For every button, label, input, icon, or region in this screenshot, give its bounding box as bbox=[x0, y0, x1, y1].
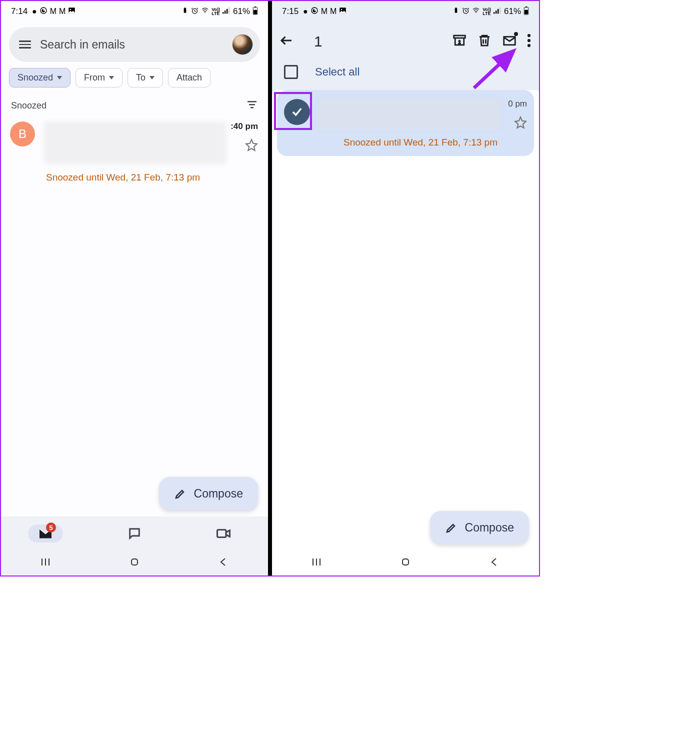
mark-unread-button[interactable] bbox=[502, 33, 517, 50]
star-icon[interactable] bbox=[514, 116, 527, 131]
selected-count: 1 bbox=[314, 33, 442, 50]
email-list-item-selected[interactable]: 0 pm Snoozed until Wed, 21 Feb, 7:13 pm bbox=[277, 90, 534, 156]
mail-m-icon: M bbox=[321, 7, 328, 16]
screen-divider bbox=[268, 1, 272, 576]
more-options-button[interactable] bbox=[527, 33, 531, 50]
battery-percent: 61% bbox=[504, 6, 521, 16]
sender-avatar[interactable]: B bbox=[10, 122, 35, 146]
system-nav bbox=[1, 550, 268, 576]
snoozed-until-text: Snoozed until Wed, 21 Feb, 7:13 pm bbox=[281, 131, 527, 148]
svg-rect-25 bbox=[455, 8, 458, 12]
svg-point-6 bbox=[204, 12, 206, 13]
caret-down-icon bbox=[57, 76, 62, 80]
chip-to[interactable]: To bbox=[128, 68, 163, 88]
status-bar: 7:15 ● M M Vo))LTE 61% bbox=[272, 1, 539, 20]
search-input[interactable]: Search in emails bbox=[40, 38, 223, 52]
nav-chat[interactable] bbox=[117, 526, 152, 540]
svg-rect-4 bbox=[184, 8, 186, 8]
back-arrow-button[interactable] bbox=[279, 33, 294, 50]
back-button[interactable] bbox=[218, 556, 230, 570]
svg-rect-10 bbox=[228, 8, 230, 14]
email-list-item[interactable]: B :40 pm bbox=[1, 116, 268, 169]
compose-button[interactable]: Compose bbox=[430, 511, 529, 544]
signal-icon bbox=[494, 7, 502, 16]
home-button[interactable] bbox=[128, 556, 140, 570]
status-time: 7:15 bbox=[282, 6, 298, 16]
svg-rect-8 bbox=[224, 10, 226, 14]
chat-bubble-icon: ● bbox=[32, 7, 37, 16]
nav-video[interactable] bbox=[206, 527, 241, 540]
svg-point-39 bbox=[528, 39, 530, 42]
caret-down-icon bbox=[109, 76, 114, 80]
delete-button[interactable] bbox=[477, 33, 492, 50]
snoozed-until-text: Snoozed until Wed, 21 Feb, 7:13 pm bbox=[1, 169, 268, 183]
svg-point-22 bbox=[312, 8, 318, 14]
svg-point-28 bbox=[476, 12, 476, 13]
svg-rect-17 bbox=[218, 530, 226, 538]
alarm-icon bbox=[462, 7, 470, 16]
section-header: Snoozed bbox=[1, 88, 268, 116]
filter-list-icon[interactable] bbox=[246, 98, 258, 112]
email-time: 0 pm bbox=[508, 99, 527, 109]
email-content-blurred bbox=[44, 122, 226, 164]
signal-icon bbox=[222, 7, 230, 16]
home-button[interactable] bbox=[400, 556, 412, 570]
svg-rect-34 bbox=[526, 6, 527, 8]
battery-saver-icon bbox=[452, 7, 460, 16]
chip-from[interactable]: From bbox=[76, 68, 122, 88]
email-time: :40 pm bbox=[230, 122, 258, 132]
svg-point-40 bbox=[528, 44, 530, 47]
select-all-checkbox[interactable] bbox=[284, 65, 298, 79]
svg-point-0 bbox=[40, 8, 46, 14]
svg-rect-16 bbox=[250, 107, 254, 108]
recents-button[interactable] bbox=[40, 556, 52, 570]
whatsapp-icon bbox=[40, 6, 48, 16]
nav-mail[interactable]: 5 bbox=[28, 524, 63, 542]
svg-rect-45 bbox=[402, 559, 408, 565]
chip-attachment[interactable]: Attach bbox=[168, 68, 210, 88]
chat-bubble-icon: ● bbox=[303, 7, 308, 16]
svg-rect-7 bbox=[222, 12, 224, 14]
select-all-row[interactable]: Select all bbox=[272, 60, 539, 88]
selection-toolbar: 1 bbox=[272, 20, 539, 60]
svg-rect-12 bbox=[254, 6, 256, 8]
back-button[interactable] bbox=[488, 556, 500, 570]
select-all-label: Select all bbox=[315, 66, 360, 78]
profile-avatar[interactable] bbox=[232, 34, 253, 55]
battery-percent: 61% bbox=[233, 6, 250, 16]
recents-button[interactable] bbox=[310, 556, 322, 570]
wifi-icon bbox=[472, 7, 480, 16]
svg-rect-26 bbox=[456, 8, 456, 8]
svg-point-2 bbox=[70, 8, 72, 10]
search-bar[interactable]: Search in emails bbox=[9, 27, 260, 62]
volte-icon: Vo))LTE bbox=[212, 8, 220, 16]
picture-icon bbox=[68, 7, 76, 16]
menu-icon[interactable] bbox=[19, 40, 31, 48]
bottom-nav: 5 bbox=[1, 516, 268, 550]
status-time: 7:14 bbox=[11, 6, 28, 16]
whatsapp-icon bbox=[310, 6, 318, 16]
svg-rect-35 bbox=[524, 10, 528, 14]
battery-icon bbox=[524, 6, 529, 17]
svg-rect-30 bbox=[496, 10, 496, 14]
section-title: Snoozed bbox=[11, 100, 46, 111]
mail-m-icon: M bbox=[59, 7, 66, 16]
selected-check-avatar[interactable] bbox=[284, 99, 310, 125]
archive-button[interactable] bbox=[452, 33, 467, 50]
mail-m-icon: M bbox=[330, 7, 336, 16]
chip-snoozed[interactable]: Snoozed bbox=[9, 68, 70, 88]
svg-rect-32 bbox=[500, 8, 500, 14]
svg-rect-21 bbox=[132, 559, 138, 565]
svg-point-38 bbox=[528, 34, 530, 37]
svg-rect-13 bbox=[254, 10, 257, 14]
svg-rect-9 bbox=[226, 9, 228, 14]
star-icon[interactable] bbox=[245, 138, 258, 154]
alarm-icon bbox=[191, 7, 198, 16]
svg-rect-36 bbox=[454, 36, 466, 38]
email-content-blurred bbox=[318, 99, 500, 129]
svg-point-24 bbox=[341, 8, 342, 10]
mail-m-icon: M bbox=[50, 7, 56, 16]
compose-button[interactable]: Compose bbox=[159, 477, 258, 510]
svg-rect-15 bbox=[249, 104, 255, 106]
phone-screen-right: 7:15 ● M M Vo))LTE 61% bbox=[272, 1, 539, 576]
